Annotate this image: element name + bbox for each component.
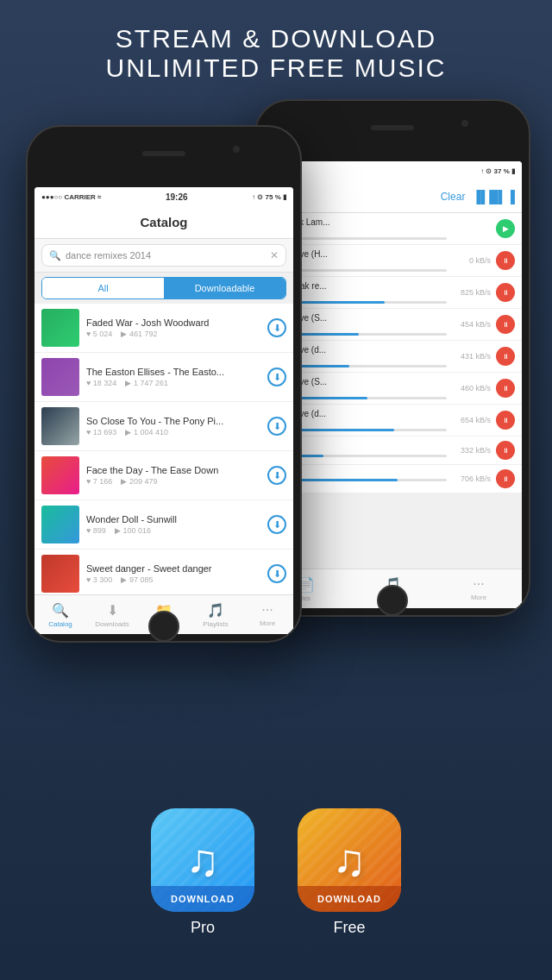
tab-label-downloads: Downloads [95,620,129,628]
bar-chart-icon: ▐▌█▌▐ [472,190,515,204]
dl-speed: 654 kB/s [452,416,491,424]
home-button-right[interactable] [377,585,408,616]
home-button-left[interactable] [148,611,179,642]
carrier-text: ●●●○○ CARRIER ≈ [41,193,101,201]
tab-label-catalog: Catalog [48,620,72,628]
download-button[interactable]: ⬇ [267,318,286,337]
song-thumb [41,358,79,396]
song-likes: ♥ 5 024 [86,330,112,338]
list-item[interactable]: adioactive (d... der: Files 654 kB/s ⏸ [263,405,522,437]
pause-button[interactable]: ⏸ [496,411,515,430]
song-meta: ♥ 3 300 ▶ 97 085 [86,575,260,584]
status-bar-right: 59 ↑ ⊙ 37 % ▮ [263,161,522,180]
header-line1: STREAM & DOWNLOAD [0,24,552,53]
play-button[interactable]: ▶ [496,219,515,238]
phone-left: ●●●○○ CARRIER ≈ 19:26 ↑ ⊙ 75 % ▮ Catalog… [26,125,302,643]
pause-button[interactable]: ⏸ [496,469,515,488]
search-container[interactable]: 🔍 dance remixes 2014 ✕ [34,239,293,273]
list-item[interactable]: So Close To You - The Pony Pi... ♥ 13 69… [34,402,293,451]
download-button[interactable]: ⬇ [267,515,286,534]
tab-playlists[interactable]: 🎵 Playlists [190,595,242,634]
list-item[interactable]: t Jailbreak re... der: Files 825 kB/s ⏸ [263,277,522,309]
song-plays: ▶ 100 016 [115,526,151,535]
song-thumb [41,555,79,593]
song-meta: ♥ 18 324 ▶ 1 747 261 [86,379,260,387]
dl-speed: 0 kB/s [452,256,491,265]
list-item[interactable]: der: Files 332 kB/s ⏸ [263,437,522,465]
phone-speaker-right [371,125,414,130]
song-plays: ▶ 97 085 [121,575,153,584]
phone-camera [233,146,240,153]
pause-button[interactable]: ⏸ [496,251,515,270]
app-icon-pro[interactable]: ♫ DOWNLOAD [151,808,254,912]
song-info: Sweet danger - Sweet danger ♥ 3 300 ▶ 97… [86,563,260,584]
app-icon-free-wrap: ♫ DOWNLOAD Free [298,808,401,937]
filter-tabs: All Downloadable [41,277,286,299]
tab-more-right[interactable]: ··· More [436,569,522,608]
list-item[interactable]: Kendrick Lam... der: Files ▶ [263,213,522,245]
song-thumb [41,456,79,494]
search-icon: 🔍 [49,250,61,261]
song-likes: ♥ 3 300 [86,575,112,584]
app-icon-pro-label: DOWNLOAD [151,886,254,912]
tab-downloads[interactable]: ⬇ Downloads [86,595,138,634]
pause-button[interactable]: ⏸ [496,347,515,366]
list-item[interactable]: Face the Day - The Ease Down ♥ 7 166 ▶ 2… [34,451,293,500]
download-button[interactable]: ⬇ [267,564,286,583]
app-name-pro: Pro [191,919,215,937]
song-likes: ♥ 899 [86,526,106,535]
app-icon-free-label: DOWNLOAD [298,886,401,912]
list-item[interactable]: adioactive (H... der: Files 0 kB/s ⏸ [263,245,522,277]
filter-tab-downloadable[interactable]: Downloadable [164,278,285,298]
list-item[interactable]: adioactive (S... der: Files 460 kB/s ⏸ [263,373,522,405]
clear-icon[interactable]: ✕ [270,249,279,261]
list-item[interactable]: Wonder Doll - Sunwill ♥ 899 ▶ 100 016 ⬇ [34,500,293,550]
header-line2: UNLIMITED FREE MUSIC [0,53,552,83]
tab-catalog[interactable]: 🔍 Catalog [34,595,86,634]
song-thumb [41,407,79,445]
nav-bar-left: Catalog [34,206,293,239]
song-title: Sweet danger - Sweet danger [86,563,260,574]
pause-button[interactable]: ⏸ [496,315,515,334]
tab-label-more-right: More [471,594,486,601]
song-list: Faded War - Josh Woodward ♥ 5 024 ▶ 461 … [34,304,293,634]
filter-tab-all[interactable]: All [42,278,164,298]
app-icons-section: ♫ DOWNLOAD Pro ♫ DOWNLOAD Free [0,808,552,937]
list-item[interactable]: 706 kB/s ⏸ [263,465,522,493]
song-meta: ♥ 5 024 ▶ 461 792 [86,330,260,338]
song-info: Face the Day - The Ease Down ♥ 7 166 ▶ 2… [86,465,260,486]
download-button[interactable]: ⬇ [267,466,286,485]
clear-button[interactable]: Clear [441,191,466,203]
pause-button[interactable]: ⏸ [496,441,515,460]
song-likes: ♥ 13 693 [86,428,116,437]
song-title: The Easton Ellises - The Easto... [86,367,260,377]
header-section: STREAM & DOWNLOAD UNLIMITED FREE MUSIC [0,0,552,83]
list-item[interactable]: Sweet danger - Sweet danger ♥ 3 300 ▶ 97… [34,550,293,599]
download-button[interactable]: ⬇ [267,368,286,386]
list-item[interactable]: The Easton Ellises - The Easto... ♥ 18 3… [34,353,293,402]
song-meta: ♥ 13 693 ▶ 1 004 410 [86,428,260,437]
list-item[interactable]: Faded War - Josh Woodward ♥ 5 024 ▶ 461 … [34,304,293,353]
battery-right: ↑ ⊙ 37 % ▮ [480,167,515,175]
song-title: Face the Day - The Ease Down [86,465,260,475]
music-note-icon-free: ♫ [333,834,367,886]
app-icon-free[interactable]: ♫ DOWNLOAD [298,808,401,912]
download-button[interactable]: ⬇ [267,417,286,436]
pause-button[interactable]: ⏸ [496,283,515,302]
song-info: The Easton Ellises - The Easto... ♥ 18 3… [86,367,260,387]
dl-speed: 431 kB/s [452,352,491,361]
phone-camera-right [461,120,468,127]
dl-speed: 825 kB/s [452,288,491,297]
more-icon: ··· [261,602,273,618]
pause-button[interactable]: ⏸ [496,379,515,398]
song-meta: ♥ 899 ▶ 100 016 [86,526,260,535]
tab-more[interactable]: ··· More [242,595,293,634]
right-phone-screen: 59 ↑ ⊙ 37 % ▮ oads Clear ▐▌█▌▐ Kendrick … [263,161,522,608]
left-phone-screen: ●●●○○ CARRIER ≈ 19:26 ↑ ⊙ 75 % ▮ Catalog… [34,187,293,634]
catalog-icon: 🔍 [52,602,69,619]
list-item[interactable]: adioactive (S... der: Files 454 kB/s ⏸ [263,309,522,341]
song-title: Wonder Doll - Sunwill [86,514,260,525]
song-meta: ♥ 7 166 ▶ 209 479 [86,477,260,486]
music-note-icon-pro: ♫ [186,834,220,886]
list-item[interactable]: adioactive (d... der: Files 431 kB/s ⏸ [263,341,522,373]
